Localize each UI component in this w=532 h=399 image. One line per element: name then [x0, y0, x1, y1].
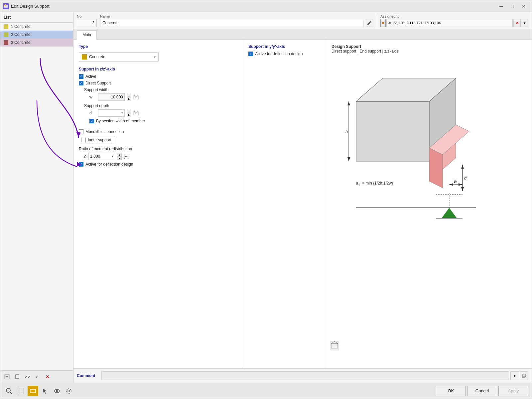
check-all-button[interactable]: ✔✔ — [22, 372, 32, 381]
svg-marker-18 — [347, 101, 350, 105]
delta-down-button[interactable]: ▶ — [117, 156, 122, 160]
delta-up-button[interactable]: ▲ — [117, 153, 122, 156]
active-deflection-zz-checkbox[interactable] — [79, 162, 83, 167]
item-color-3 — [4, 40, 8, 45]
inner-support-label: Inner support — [88, 138, 111, 142]
item-color-2 — [4, 32, 8, 37]
comment-label: Comment — [77, 373, 100, 378]
svg-text:w: w — [454, 179, 458, 184]
by-section-label: By section width of member — [96, 119, 145, 123]
by-section-checkbox-row[interactable]: By section width of member — [89, 119, 237, 123]
support-depth-label: Support depth — [84, 103, 237, 108]
svg-text:+: + — [6, 374, 8, 379]
close-button[interactable]: ✕ — [518, 2, 529, 10]
copy-item-button[interactable] — [12, 372, 22, 381]
svg-rect-6 — [16, 375, 19, 378]
comment-copy-button[interactable] — [520, 371, 528, 380]
table-button[interactable] — [16, 386, 26, 396]
right-content: Design Support Direct support | End supp… — [326, 40, 532, 368]
diagram-icon-button[interactable] — [330, 341, 339, 352]
design-info-sub: Direct support | End support | z/z'-axis — [332, 49, 526, 54]
name-field — [100, 19, 373, 27]
assigned-dropdown-button[interactable]: ▾ — [521, 19, 528, 27]
active-checkbox[interactable] — [79, 74, 83, 79]
active-deflection-zz-row[interactable]: Active for deflection design — [79, 162, 237, 167]
left-panel: List 1 Concrete 2 Concrete 3 Concrete — [0, 12, 73, 383]
name-input[interactable] — [100, 19, 363, 27]
list-item[interactable]: 2 Concrete — [0, 31, 73, 39]
search-button[interactable] — [4, 386, 14, 396]
no-field-group: No. — [77, 14, 97, 27]
monolithic-checkbox[interactable] — [79, 129, 83, 134]
inner-support-checkbox[interactable] — [81, 138, 86, 142]
rect-button[interactable] — [28, 386, 38, 396]
assigned-input[interactable] — [386, 19, 513, 27]
w-input[interactable] — [98, 93, 125, 101]
window-title: Edit Design Support — [11, 4, 494, 9]
direct-support-checkbox-row[interactable]: Direct Support — [79, 81, 237, 85]
w-param-row: w ▲ ▶ [in] — [89, 93, 237, 101]
w-spinner: ▲ ▶ — [127, 94, 131, 100]
delete-button[interactable]: ✕ — [42, 372, 52, 381]
type-dropdown[interactable]: Concrete ▾ — [79, 52, 159, 62]
minimize-button[interactable]: ─ — [496, 2, 506, 10]
settings-button[interactable] — [64, 386, 74, 396]
d-up-button[interactable]: ▲ — [127, 110, 131, 113]
assigned-clear-button[interactable]: ✕ — [513, 19, 521, 27]
comment-input[interactable] — [101, 371, 509, 380]
comment-buttons: ▾ — [510, 371, 528, 380]
monolithic-checkbox-row[interactable]: Monolithic connection — [79, 129, 237, 134]
w-down-button[interactable]: ▶ — [127, 97, 131, 100]
support-width-group: Support width w ▲ ▶ [in] — [84, 87, 237, 101]
svg-point-43 — [6, 388, 10, 392]
svg-text:✔✔: ✔✔ — [25, 375, 30, 379]
svg-rect-37 — [330, 341, 339, 350]
d-down-button[interactable]: ▶ — [127, 113, 131, 116]
svg-marker-26 — [449, 183, 453, 186]
d-dropdown[interactable]: ▾ — [98, 109, 125, 117]
delta-value: 1.000 — [90, 154, 111, 159]
active-label: Active — [85, 74, 96, 79]
name-field-group: Name — [100, 14, 373, 27]
svg-text:✕: ✕ — [46, 374, 50, 379]
w-up-button[interactable]: ▲ — [127, 94, 131, 97]
inner-support-row[interactable]: Inner support — [79, 136, 115, 144]
by-section-checkbox[interactable] — [89, 119, 94, 123]
no-input[interactable] — [77, 19, 97, 27]
eye-button[interactable] — [52, 386, 62, 396]
cancel-button[interactable]: Cancel — [467, 386, 497, 396]
active-deflection-yy-checkbox[interactable] — [248, 52, 253, 56]
svg-rect-42 — [523, 374, 526, 377]
active-deflection-yy-row[interactable]: Active for deflection design — [248, 52, 321, 56]
no-field — [77, 19, 97, 27]
list-item[interactable]: 3 Concrete — [0, 39, 73, 47]
delta-dropdown[interactable]: 1.000 ▾ — [88, 153, 115, 160]
support-yy-title: Support in y/y'-axis — [248, 44, 321, 49]
w-label: w — [89, 95, 96, 99]
tab-main[interactable]: Main — [77, 30, 97, 40]
type-label: Concrete — [89, 55, 152, 59]
list-header: List — [0, 12, 73, 23]
comment-dropdown-button[interactable]: ▾ — [510, 371, 519, 380]
maximize-button[interactable]: □ — [507, 2, 518, 10]
check-button[interactable]: ✔ — [32, 372, 42, 381]
diagram-area: h a i = min {1/2h;1/2w} w — [326, 58, 532, 368]
apply-button[interactable]: Apply — [498, 386, 528, 396]
list-item[interactable]: 1 Concrete — [0, 23, 73, 31]
left-content: Type Concrete ▾ Support in z/z'-axis Act… — [73, 40, 243, 368]
support-depth-group: Support depth d ▾ ▲ ▶ — [84, 103, 237, 123]
edit-name-button[interactable] — [365, 19, 373, 27]
svg-rect-45 — [18, 388, 24, 394]
svg-text:= min {1/2h;1/2w}: = min {1/2h;1/2w} — [362, 181, 393, 186]
design-info-title: Design Support — [332, 44, 526, 49]
add-item-button[interactable]: + — [2, 372, 12, 381]
no-label: No. — [77, 14, 97, 18]
type-title: Type — [79, 44, 237, 49]
svg-text:i: i — [359, 183, 360, 187]
active-deflection-zz-label: Active for deflection design — [85, 162, 133, 167]
active-checkbox-row[interactable]: Active — [79, 74, 237, 79]
pointer-button[interactable] — [40, 386, 50, 396]
ok-button[interactable]: OK — [436, 386, 466, 396]
direct-support-checkbox[interactable] — [79, 81, 83, 85]
design-diagram: h a i = min {1/2h;1/2w} w — [336, 62, 509, 248]
